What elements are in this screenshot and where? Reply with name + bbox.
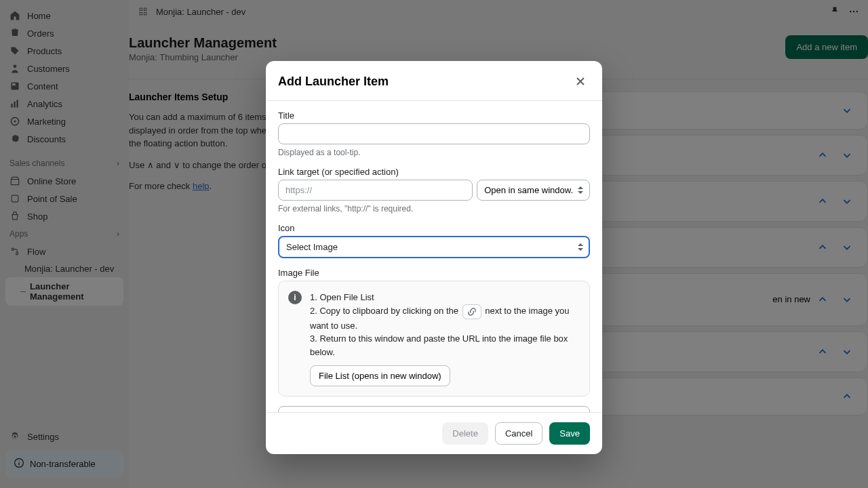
info-step-3: 3. Return to this window and paste the U… — [310, 332, 580, 359]
add-launcher-item-modal: Add Launcher Item Title Displayed as a t… — [266, 61, 602, 454]
info-step-2: 2. Copy to clipboard by clicking on the … — [310, 304, 580, 333]
link-copy-icon — [462, 304, 481, 319]
link-target-label: Link target (or specified action) — [278, 167, 590, 177]
cancel-button[interactable]: Cancel — [495, 422, 542, 445]
image-url-input[interactable] — [278, 406, 590, 412]
file-list-button[interactable]: File List (opens in new window) — [310, 365, 450, 386]
icon-label: Icon — [278, 223, 590, 233]
delete-button[interactable]: Delete — [442, 422, 488, 445]
title-help: Displayed as a tool-tip. — [278, 148, 590, 157]
info-icon: i — [288, 291, 302, 304]
info-step-1: 1. Open File List — [310, 291, 580, 304]
title-input[interactable] — [278, 123, 590, 144]
icon-select[interactable]: Select Image — [278, 236, 590, 258]
close-button[interactable] — [571, 72, 590, 91]
modal-title: Add Launcher Item — [278, 75, 389, 89]
link-target-input[interactable] — [278, 180, 473, 201]
modal-overlay: Add Launcher Item Title Displayed as a t… — [0, 0, 868, 488]
link-help: For external links, "http://" is require… — [278, 204, 590, 214]
link-window-select[interactable]: Open in same window. — [477, 180, 590, 201]
title-label: Title — [278, 110, 590, 121]
save-button[interactable]: Save — [549, 422, 590, 445]
image-file-label: Image File — [278, 268, 590, 278]
image-file-info-box: i 1. Open File List 2. Copy to clipboard… — [278, 281, 590, 396]
